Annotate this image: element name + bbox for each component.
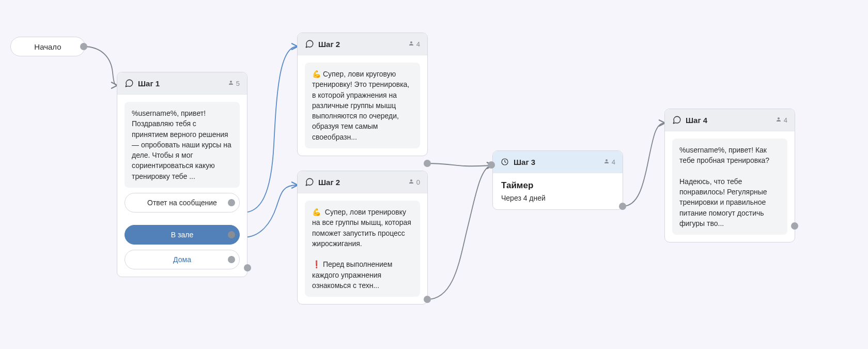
message-bubble: %username%, привет! Как тебе пробная тре… bbox=[672, 139, 787, 235]
start-node[interactable]: Начало bbox=[10, 37, 85, 56]
action-button-label: В зале bbox=[171, 231, 193, 239]
participant-count-value: 4 bbox=[416, 40, 420, 48]
card-body: 💪 Супер, лови круговую тренировку! Это т… bbox=[298, 55, 427, 156]
timer-title: Таймер bbox=[500, 180, 615, 191]
connection-port[interactable] bbox=[228, 199, 235, 206]
card-title: Шаг 2 bbox=[318, 178, 408, 187]
chat-icon bbox=[125, 79, 134, 88]
card-header[interactable]: Шаг 24 bbox=[298, 33, 427, 55]
participant-count: 0 bbox=[408, 178, 420, 186]
connection-port[interactable] bbox=[424, 296, 431, 303]
card-header[interactable]: Шаг 44 bbox=[665, 109, 795, 131]
participant-count-value: 4 bbox=[612, 158, 615, 166]
flow-edge bbox=[243, 47, 297, 213]
connection-port[interactable] bbox=[619, 203, 626, 210]
flow-edge bbox=[623, 123, 664, 206]
chat-icon bbox=[672, 115, 681, 125]
action-button-label: Дома bbox=[173, 255, 191, 264]
card-body: ТаймерЧерез 4 дней bbox=[493, 173, 623, 209]
start-node-label: Начало bbox=[34, 42, 61, 51]
action-button[interactable]: В зале bbox=[125, 225, 240, 245]
card-body: %username%, привет! Как тебе пробная тре… bbox=[665, 131, 795, 242]
flow-card-step2a[interactable]: Шаг 24💪 Супер, лови круговую тренировку!… bbox=[297, 33, 428, 156]
person-icon bbox=[776, 116, 782, 124]
person-icon bbox=[408, 178, 414, 186]
participant-count: 4 bbox=[408, 40, 420, 48]
connection-port[interactable] bbox=[424, 160, 431, 167]
card-title: Шаг 4 bbox=[686, 116, 776, 125]
action-button[interactable]: Ответ на сообщение bbox=[125, 193, 240, 213]
participant-count: 4 bbox=[776, 116, 787, 124]
flow-edge bbox=[427, 165, 492, 299]
flow-edge bbox=[427, 163, 492, 166]
person-icon bbox=[228, 80, 234, 87]
flow-card-step4[interactable]: Шаг 44%username%, привет! Как тебе пробн… bbox=[664, 109, 795, 242]
card-body: %username%, привет! Поздравляю тебя с пр… bbox=[117, 95, 247, 277]
connection-port[interactable] bbox=[791, 222, 798, 230]
flow-card-step1[interactable]: Шаг 15%username%, привет! Поздравляю теб… bbox=[117, 72, 247, 277]
flow-card-step2b[interactable]: Шаг 20💪 Супер, лови тренировку на все гр… bbox=[297, 171, 428, 305]
message-bubble: 💪 Супер, лови круговую тренировку! Это т… bbox=[305, 63, 420, 148]
card-header[interactable]: Шаг 34 bbox=[493, 151, 623, 173]
connection-port[interactable] bbox=[80, 43, 87, 50]
card-header[interactable]: Шаг 20 bbox=[298, 171, 427, 193]
chat-icon bbox=[305, 39, 314, 49]
connection-port[interactable] bbox=[228, 231, 235, 238]
participant-count-value: 0 bbox=[416, 178, 420, 186]
person-icon bbox=[408, 40, 414, 48]
action-button-label: Ответ на сообщение bbox=[147, 199, 217, 207]
participant-count-value: 5 bbox=[236, 80, 240, 87]
card-title: Шаг 2 bbox=[318, 40, 408, 49]
message-bubble: 💪 Супер, лови тренировку на все группы м… bbox=[305, 201, 420, 297]
connection-port[interactable] bbox=[244, 264, 251, 271]
participant-count-value: 4 bbox=[784, 116, 787, 124]
connection-port[interactable] bbox=[228, 256, 235, 263]
card-title: Шаг 1 bbox=[138, 79, 228, 88]
card-header[interactable]: Шаг 15 bbox=[117, 72, 247, 95]
flow-edge bbox=[84, 47, 117, 85]
participant-count: 5 bbox=[228, 80, 240, 87]
timer-subtitle: Через 4 дней bbox=[500, 194, 615, 202]
connection-port[interactable] bbox=[488, 161, 495, 169]
participant-count: 4 bbox=[603, 158, 615, 166]
clock-icon bbox=[500, 157, 509, 166]
message-bubble: %username%, привет! Поздравляю тебя с пр… bbox=[125, 102, 240, 188]
card-title: Шаг 3 bbox=[514, 158, 603, 166]
flow-edge bbox=[243, 185, 297, 237]
action-button[interactable]: Дома bbox=[125, 250, 240, 269]
flow-card-step3[interactable]: Шаг 34ТаймерЧерез 4 дней bbox=[492, 150, 623, 210]
card-body: 💪 Супер, лови тренировку на все группы м… bbox=[298, 193, 427, 304]
chat-icon bbox=[305, 177, 314, 187]
person-icon bbox=[603, 158, 610, 166]
